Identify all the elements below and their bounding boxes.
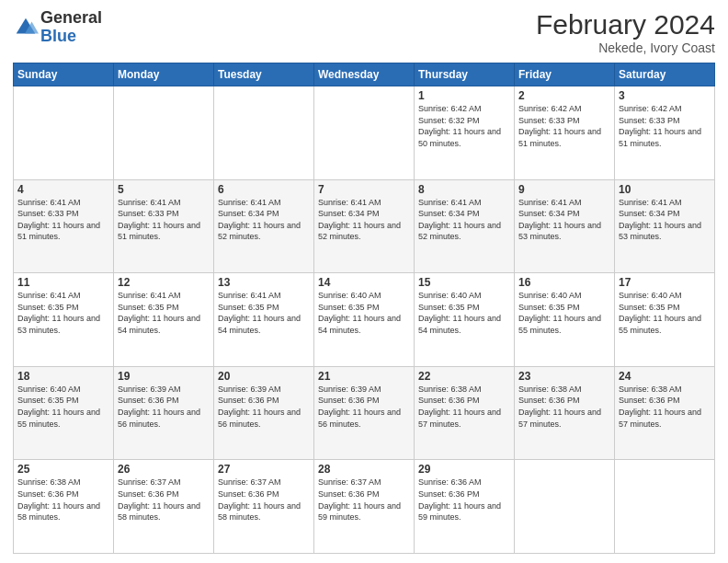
calendar-cell: 22Sunrise: 6:38 AMSunset: 6:36 PMDayligh… [415,366,515,460]
day-info: Sunrise: 6:42 AMSunset: 6:33 PMDaylight:… [619,103,711,149]
page: General Blue February 2024 Nekede, Ivory… [0,0,728,563]
day-info: Sunrise: 6:38 AMSunset: 6:36 PMDaylight:… [619,384,711,430]
calendar-cell: 24Sunrise: 6:38 AMSunset: 6:36 PMDayligh… [615,366,715,460]
day-info: Sunrise: 6:41 AMSunset: 6:34 PMDaylight:… [218,197,310,243]
calendar-cell: 20Sunrise: 6:39 AMSunset: 6:36 PMDayligh… [214,366,314,460]
day-number: 11 [17,276,109,289]
calendar-week-row: 11Sunrise: 6:41 AMSunset: 6:35 PMDayligh… [14,273,715,367]
calendar-cell [615,460,715,554]
calendar-cell: 17Sunrise: 6:40 AMSunset: 6:35 PMDayligh… [615,273,715,367]
day-info: Sunrise: 6:38 AMSunset: 6:36 PMDaylight:… [17,477,109,523]
day-number: 5 [118,183,210,196]
calendar-cell: 11Sunrise: 6:41 AMSunset: 6:35 PMDayligh… [14,273,114,367]
day-info: Sunrise: 6:40 AMSunset: 6:35 PMDaylight:… [318,290,410,336]
logo-blue: Blue [40,28,102,46]
calendar-cell: 6Sunrise: 6:41 AMSunset: 6:34 PMDaylight… [214,179,314,273]
calendar-cell [515,460,615,554]
day-number: 4 [17,183,109,196]
day-info: Sunrise: 6:42 AMSunset: 6:32 PMDaylight:… [418,103,510,149]
day-number: 27 [218,463,310,476]
logo: General Blue [13,9,102,46]
calendar-cell: 2Sunrise: 6:42 AMSunset: 6:33 PMDaylight… [515,86,615,180]
calendar-cell: 3Sunrise: 6:42 AMSunset: 6:33 PMDaylight… [615,86,715,180]
day-info: Sunrise: 6:40 AMSunset: 6:35 PMDaylight:… [619,290,711,336]
calendar-cell: 4Sunrise: 6:41 AMSunset: 6:33 PMDaylight… [14,179,114,273]
weekday-header-thursday: Thursday [415,63,515,86]
day-info: Sunrise: 6:41 AMSunset: 6:34 PMDaylight:… [619,197,711,243]
calendar-cell: 26Sunrise: 6:37 AMSunset: 6:36 PMDayligh… [114,460,214,554]
calendar-cell: 23Sunrise: 6:38 AMSunset: 6:36 PMDayligh… [515,366,615,460]
calendar-cell [314,86,415,180]
calendar-cell: 15Sunrise: 6:40 AMSunset: 6:35 PMDayligh… [415,273,515,367]
logo-general: General [40,9,102,28]
weekday-header-saturday: Saturday [615,63,715,86]
day-number: 21 [318,370,410,383]
logo-icon [13,15,39,40]
day-number: 28 [318,463,410,476]
day-info: Sunrise: 6:39 AMSunset: 6:36 PMDaylight:… [318,384,410,430]
day-info: Sunrise: 6:41 AMSunset: 6:34 PMDaylight:… [518,197,610,243]
day-number: 6 [218,183,310,196]
day-number: 9 [518,183,610,196]
calendar-cell [114,86,214,180]
calendar-week-row: 4Sunrise: 6:41 AMSunset: 6:33 PMDaylight… [14,179,715,273]
calendar-cell: 13Sunrise: 6:41 AMSunset: 6:35 PMDayligh… [214,273,314,367]
day-info: Sunrise: 6:37 AMSunset: 6:36 PMDaylight:… [118,477,210,523]
day-info: Sunrise: 6:41 AMSunset: 6:33 PMDaylight:… [17,197,109,243]
day-info: Sunrise: 6:38 AMSunset: 6:36 PMDaylight:… [518,384,610,430]
day-number: 19 [118,370,210,383]
day-info: Sunrise: 6:40 AMSunset: 6:35 PMDaylight:… [518,290,610,336]
day-number: 17 [619,276,711,289]
calendar-cell: 9Sunrise: 6:41 AMSunset: 6:34 PMDaylight… [515,179,615,273]
weekday-header-tuesday: Tuesday [214,63,314,86]
day-info: Sunrise: 6:37 AMSunset: 6:36 PMDaylight:… [218,477,310,523]
calendar-week-row: 1Sunrise: 6:42 AMSunset: 6:32 PMDaylight… [14,86,715,180]
title-location: Nekede, Ivory Coast [536,40,715,55]
day-number: 22 [418,370,510,383]
day-number: 1 [418,89,510,102]
day-info: Sunrise: 6:40 AMSunset: 6:35 PMDaylight:… [17,384,109,430]
day-number: 18 [17,370,109,383]
calendar-header-row: SundayMondayTuesdayWednesdayThursdayFrid… [14,63,715,86]
calendar-cell: 10Sunrise: 6:41 AMSunset: 6:34 PMDayligh… [615,179,715,273]
day-info: Sunrise: 6:41 AMSunset: 6:35 PMDaylight:… [118,290,210,336]
day-info: Sunrise: 6:41 AMSunset: 6:35 PMDaylight:… [17,290,109,336]
calendar-cell: 25Sunrise: 6:38 AMSunset: 6:36 PMDayligh… [14,460,114,554]
day-info: Sunrise: 6:40 AMSunset: 6:35 PMDaylight:… [418,290,510,336]
calendar-cell: 28Sunrise: 6:37 AMSunset: 6:36 PMDayligh… [314,460,415,554]
calendar-cell: 19Sunrise: 6:39 AMSunset: 6:36 PMDayligh… [114,366,214,460]
calendar-cell: 27Sunrise: 6:37 AMSunset: 6:36 PMDayligh… [214,460,314,554]
day-info: Sunrise: 6:41 AMSunset: 6:33 PMDaylight:… [118,197,210,243]
calendar-cell: 8Sunrise: 6:41 AMSunset: 6:34 PMDaylight… [415,179,515,273]
calendar-cell: 5Sunrise: 6:41 AMSunset: 6:33 PMDaylight… [114,179,214,273]
title-block: February 2024 Nekede, Ivory Coast [536,9,715,55]
calendar-cell [14,86,114,180]
day-number: 14 [318,276,410,289]
day-info: Sunrise: 6:39 AMSunset: 6:36 PMDaylight:… [118,384,210,430]
calendar-week-row: 25Sunrise: 6:38 AMSunset: 6:36 PMDayligh… [14,460,715,554]
day-info: Sunrise: 6:42 AMSunset: 6:33 PMDaylight:… [518,103,610,149]
calendar-cell: 7Sunrise: 6:41 AMSunset: 6:34 PMDaylight… [314,179,415,273]
day-number: 25 [17,463,109,476]
day-info: Sunrise: 6:37 AMSunset: 6:36 PMDaylight:… [318,477,410,523]
day-number: 2 [518,89,610,102]
day-number: 26 [118,463,210,476]
calendar-cell: 1Sunrise: 6:42 AMSunset: 6:32 PMDaylight… [415,86,515,180]
title-month-year: February 2024 [536,9,715,40]
calendar-cell: 16Sunrise: 6:40 AMSunset: 6:35 PMDayligh… [515,273,615,367]
day-info: Sunrise: 6:41 AMSunset: 6:35 PMDaylight:… [218,290,310,336]
calendar-cell: 18Sunrise: 6:40 AMSunset: 6:35 PMDayligh… [14,366,114,460]
calendar-cell: 21Sunrise: 6:39 AMSunset: 6:36 PMDayligh… [314,366,415,460]
day-number: 20 [218,370,310,383]
day-info: Sunrise: 6:41 AMSunset: 6:34 PMDaylight:… [418,197,510,243]
day-number: 12 [118,276,210,289]
day-number: 3 [619,89,711,102]
day-number: 8 [418,183,510,196]
weekday-header-friday: Friday [515,63,615,86]
calendar-cell [214,86,314,180]
day-info: Sunrise: 6:36 AMSunset: 6:36 PMDaylight:… [418,477,510,523]
calendar-cell: 14Sunrise: 6:40 AMSunset: 6:35 PMDayligh… [314,273,415,367]
logo-text: General Blue [40,9,102,46]
day-number: 16 [518,276,610,289]
day-info: Sunrise: 6:41 AMSunset: 6:34 PMDaylight:… [318,197,410,243]
